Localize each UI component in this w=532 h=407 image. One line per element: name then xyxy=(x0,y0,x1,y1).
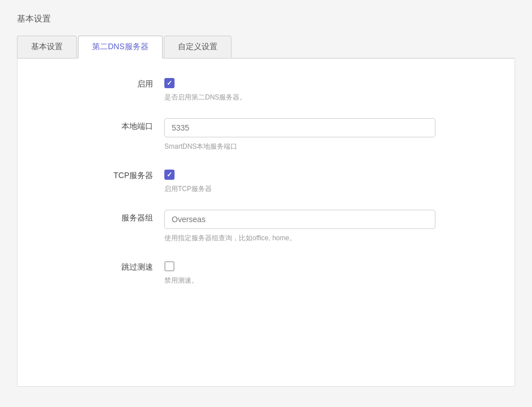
server-group-input[interactable] xyxy=(164,210,435,229)
skip-speed-test-row: 跳过测速 禁用测速。 xyxy=(40,259,492,285)
skip-speed-test-checkbox[interactable] xyxy=(164,261,175,271)
tcp-server-hint: 启用TCP服务器 xyxy=(164,184,435,194)
page-container: 基本设置 基本设置 第二DNS服务器 自定义设置 启用 ✓ 是否启用第二DNS服… xyxy=(0,0,532,407)
enable-row: 启用 ✓ 是否启用第二DNS服务器。 xyxy=(40,76,492,102)
server-group-label: 服务器组 xyxy=(40,210,164,223)
skip-speed-test-checkbox-wrapper xyxy=(164,259,435,271)
local-port-label: 本地端口 xyxy=(40,118,164,132)
server-group-row: 服务器组 使用指定服务器组查询，比如office, home。 xyxy=(40,210,492,243)
enable-hint: 是否启用第二DNS服务器。 xyxy=(164,93,435,102)
skip-speed-test-label: 跳过测速 xyxy=(40,259,164,272)
tcp-server-checkbox-wrapper: ✓ xyxy=(164,167,435,180)
local-port-control-area: SmartDNS本地服务端口 xyxy=(164,118,435,151)
page-title: 基本设置 xyxy=(17,14,515,24)
tcp-server-label: TCP服务器 xyxy=(40,167,164,181)
local-port-hint: SmartDNS本地服务端口 xyxy=(164,142,435,151)
server-group-control-area: 使用指定服务器组查询，比如office, home。 xyxy=(164,210,435,243)
content-panel: 启用 ✓ 是否启用第二DNS服务器。 本地端口 SmartDNS本地服务端口 T… xyxy=(17,59,515,387)
enable-checkmark: ✓ xyxy=(167,80,172,86)
tcp-server-control-area: ✓ 启用TCP服务器 xyxy=(164,167,435,194)
skip-speed-test-control-area: 禁用测速。 xyxy=(164,259,435,285)
skip-speed-test-hint: 禁用测速。 xyxy=(164,276,435,285)
enable-checkbox[interactable]: ✓ xyxy=(164,78,175,88)
enable-control-area: ✓ 是否启用第二DNS服务器。 xyxy=(164,76,435,102)
local-port-input[interactable] xyxy=(164,118,435,137)
enable-checkbox-wrapper: ✓ xyxy=(164,76,435,88)
tcp-server-checkbox[interactable]: ✓ xyxy=(164,170,175,180)
tabs-bar: 基本设置 第二DNS服务器 自定义设置 xyxy=(17,36,515,59)
enable-label: 启用 xyxy=(40,76,164,89)
tab-custom[interactable]: 自定义设置 xyxy=(164,36,232,58)
local-port-row: 本地端口 SmartDNS本地服务端口 xyxy=(40,118,492,151)
tab-basic[interactable]: 基本设置 xyxy=(17,36,77,58)
tcp-server-checkmark: ✓ xyxy=(167,171,172,178)
tcp-server-row: TCP服务器 ✓ 启用TCP服务器 xyxy=(40,167,492,194)
tab-secondary-dns[interactable]: 第二DNS服务器 xyxy=(78,36,163,59)
server-group-hint: 使用指定服务器组查询，比如office, home。 xyxy=(164,233,435,243)
